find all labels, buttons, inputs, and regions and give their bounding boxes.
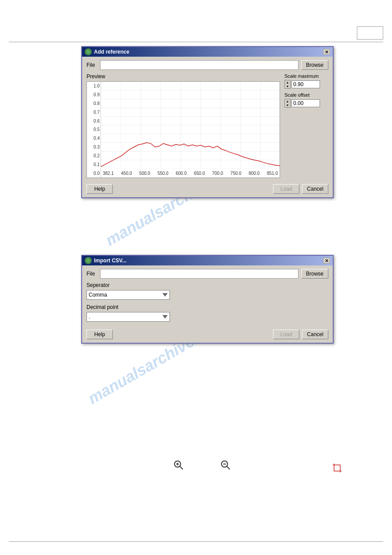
cancel-button[interactable]: Cancel [302,184,328,194]
load-button[interactable]: Load [273,184,299,194]
svg-line-25 [227,466,230,469]
x-label-2: 500.0 [139,171,150,176]
x-label-1: 450.0 [121,171,132,176]
import-dialog-icon [85,257,92,264]
y-axis: 1.0 0.9 0.8 0.7 0.6 0.5 0.4 0.3 0.2 0.1 … [87,82,101,178]
preview-chart-area: Preview 1.0 0.9 0.8 0.7 0.6 0.5 0.4 0.3 … [86,73,280,178]
x-axis: 382.1 450.0 500.0 550.0 600.0 650.0 700.… [101,169,280,178]
import-file-row: File Browse [86,269,328,279]
dialog-title: Add reference [94,49,129,55]
dialog-icon [85,48,92,55]
import-browse-button[interactable]: Browse [301,269,328,279]
y-label-04: 0.4 [94,136,100,141]
file-input[interactable] [100,60,298,70]
x-label-7: 750.0 [230,171,241,176]
import-dialog-title: Import CSV... [94,258,126,264]
import-close-button[interactable]: ✕ [323,258,330,264]
chart-svg [101,82,280,169]
preview-section: Preview 1.0 0.9 0.8 0.7 0.6 0.5 0.4 0.3 … [86,73,328,178]
import-footer-right: Load Cancel [273,330,328,339]
scale-maximum-label: Scale maximum [284,73,328,79]
add-reference-footer: Help Load Cancel [86,181,328,194]
close-button[interactable]: ✕ [323,49,330,55]
scale-offset-input[interactable]: 0.00 [291,99,320,107]
scale-offset-down[interactable]: ▼ [285,103,290,107]
svg-rect-27 [334,465,340,471]
y-label-08: 0.8 [94,101,100,106]
y-label-07: 0.7 [94,110,100,115]
zoom-area [173,460,230,472]
scale-offset-label: Scale offset [284,92,328,98]
x-label-3: 550.0 [158,171,169,176]
separator-select[interactable]: Comma Semicolon Tab Space [86,290,170,300]
y-label-10: 1.0 [94,83,100,88]
y-label-02: 0.2 [94,153,100,158]
decimal-label: Decimal point [86,304,328,310]
y-label-05: 0.5 [94,127,100,132]
preview-label: Preview [86,73,280,80]
import-dialog-body: File Browse Seperator Comma Semicolon Ta… [82,265,333,343]
x-label-0: 382.1 [103,171,114,176]
zoom-in-icon[interactable] [173,465,185,472]
import-help-button[interactable]: Help [86,330,113,339]
scale-offset-group: Scale offset ▲ ▼ 0.00 [284,92,328,108]
y-label-03: 0.3 [94,145,100,149]
scale-maximum-input[interactable]: 0.90 [291,80,320,88]
top-divider [9,42,383,42]
file-label: File [86,62,97,68]
decimal-section: Decimal point . , [86,304,328,322]
scale-controls: Scale maximum ▲ ▼ 0.90 Scale offset ▲ [284,73,328,178]
x-label-4: 600.0 [176,171,187,176]
scale-maximum-row: ▲ ▼ 0.90 [284,80,328,89]
help-button[interactable]: Help [86,184,113,194]
dialog-body: File Browse Preview 1.0 0.9 0.8 0.7 0.6 … [82,57,333,197]
separator-label: Seperator [86,282,328,288]
footer-right: Load Cancel [273,184,328,194]
import-load-button[interactable]: Load [273,330,299,339]
scale-maximum-spinners[interactable]: ▲ ▼ [284,80,291,89]
zoom-out-icon[interactable] [220,465,230,472]
spectral-curve [101,143,280,167]
import-file-input[interactable] [100,269,298,279]
import-titlebar-left: Import CSV... [85,257,126,264]
x-label-6: 700.0 [212,171,223,176]
import-csv-titlebar[interactable]: Import CSV... ✕ [82,256,333,265]
x-label-5: 650.0 [194,171,205,176]
scale-max-up[interactable]: ▲ [285,80,290,84]
separator-section: Seperator Comma Semicolon Tab Space [86,282,328,300]
browse-button[interactable]: Browse [301,60,328,70]
top-right-box [357,26,383,40]
y-label-01: 0.1 [94,162,100,167]
y-label-09: 0.9 [94,92,100,97]
chart-container: 1.0 0.9 0.8 0.7 0.6 0.5 0.4 0.3 0.2 0.1 … [86,81,280,178]
import-cancel-button[interactable]: Cancel [302,330,328,339]
y-label-06: 0.6 [94,119,100,123]
bottom-divider [9,541,383,542]
scale-max-down[interactable]: ▼ [285,84,290,88]
scale-offset-up[interactable]: ▲ [285,99,290,103]
y-label-00: 0.0 [94,171,100,176]
titlebar-left: Add reference [85,48,129,55]
import-footer: Help Load Cancel [86,327,328,339]
chart-main: 382.1 450.0 500.0 550.0 600.0 650.0 700.… [101,82,280,178]
import-csv-dialog: Import CSV... ✕ File Browse Seperator Co… [81,255,334,344]
chart-grid [101,82,280,169]
scale-offset-row: ▲ ▼ 0.00 [284,99,328,108]
crop-icon[interactable] [333,464,342,474]
add-reference-titlebar[interactable]: Add reference ✕ [82,47,333,57]
x-label-8: 800.0 [248,171,259,176]
file-row: File Browse [86,60,328,70]
import-file-label: File [86,271,97,277]
x-label-9: 851.0 [267,171,278,176]
add-reference-dialog: Add reference ✕ File Browse Preview 1.0 … [81,46,334,198]
scale-maximum-group: Scale maximum ▲ ▼ 0.90 [284,73,328,89]
svg-line-21 [180,466,183,469]
decimal-select[interactable]: . , [86,312,170,322]
scale-offset-spinners[interactable]: ▲ ▼ [284,99,291,108]
